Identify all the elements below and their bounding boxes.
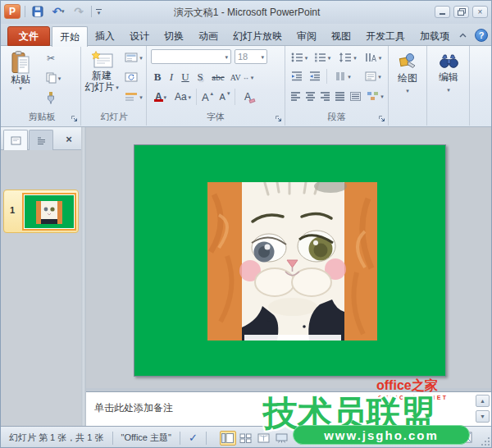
decrease-indent-button[interactable] [289, 69, 305, 84]
slide-sorter-icon [239, 433, 252, 443]
caret-down-icon: ▾ [227, 90, 230, 97]
text-direction-icon [365, 53, 377, 62]
justify-icon [335, 92, 345, 101]
increase-indent-button[interactable] [307, 69, 323, 84]
section-button[interactable]: ▾ [122, 89, 145, 104]
align-center-button[interactable] [303, 89, 317, 103]
shrink-font-button[interactable]: A ▾ [217, 89, 232, 105]
slideshow-view-button[interactable] [274, 431, 290, 446]
cut-button[interactable]: ✂ [41, 50, 61, 66]
font-name-select[interactable]: ▾ [151, 49, 231, 64]
slide-thumbnail[interactable] [22, 193, 76, 231]
convert-smartart-button[interactable]: ▾ [365, 89, 385, 103]
clipboard-dialog-launcher[interactable] [70, 114, 79, 123]
clipboard-group-label: 剪贴板 [3, 111, 80, 123]
tab-transitions[interactable]: 切换 [157, 26, 191, 46]
underline-button[interactable]: U [179, 69, 192, 85]
window-resize-grip[interactable] [480, 436, 490, 446]
copy-button[interactable]: ▾ [41, 70, 66, 86]
tab-slides-thumbnails[interactable] [3, 130, 28, 150]
text-direction-button[interactable]: ▾ [361, 50, 385, 65]
clear-formatting-button[interactable]: A [239, 89, 257, 105]
bullets-button[interactable]: ▾ [289, 50, 310, 65]
tab-review[interactable]: 审阅 [289, 26, 324, 46]
help-button[interactable]: ? [475, 29, 488, 42]
reading-view-button[interactable] [256, 431, 272, 446]
close-panel-button[interactable]: × [61, 132, 76, 146]
divider [196, 89, 197, 105]
slide-thumbnail-selected[interactable]: 1 [3, 190, 79, 233]
restore-icon [458, 8, 466, 16]
charspacing-label: AV [230, 73, 241, 82]
collapse-ribbon-button[interactable] [456, 30, 469, 42]
drawing-button[interactable]: 绘图 ▾ [391, 48, 424, 111]
slide-sorter-view-button[interactable] [238, 431, 254, 446]
tab-animations[interactable]: 动画 [191, 26, 226, 46]
slide-editor-area[interactable] [86, 127, 492, 388]
group-font: ▾ 18 ▾ B I U S abc AV ↔ ▾ A ▾ Aa [147, 46, 285, 126]
notes-pane[interactable]: 单击此处添加备注 ▲ ▼ [86, 391, 492, 426]
font-size-select[interactable]: 18 ▾ [235, 49, 267, 64]
tab-home[interactable]: 开始 [52, 26, 88, 47]
text-shadow-button[interactable]: S [194, 69, 207, 85]
align-left-button[interactable] [289, 89, 303, 103]
slides-panel-tabs: × [1, 127, 81, 150]
chevron-down-icon: ▾ [251, 75, 254, 80]
editing-button[interactable]: 编辑 ▾ [431, 48, 466, 111]
distribute-button[interactable] [348, 89, 363, 103]
tab-slideshow[interactable]: 幻灯片放映 [226, 26, 289, 46]
normal-view-button[interactable] [220, 431, 236, 446]
ribbon: 粘贴 ▾ ✂ ▾ 剪贴板 新建 幻灯片 [1, 46, 492, 127]
change-case-button[interactable]: Aa ▾ [172, 89, 194, 105]
grow-font-button[interactable]: A ▴ [199, 89, 216, 105]
font-dialog-launcher[interactable] [274, 114, 283, 123]
justify-button[interactable] [333, 89, 347, 103]
paragraph-dialog-launcher[interactable] [377, 114, 386, 123]
theme-name[interactable]: "Office 主题" [113, 432, 180, 444]
tab-file[interactable]: 文件 [7, 26, 50, 46]
increase-indent-icon [309, 71, 321, 81]
slide-canvas[interactable] [134, 144, 446, 377]
restore-button[interactable] [453, 6, 469, 18]
new-slide-button[interactable]: 新建 幻灯片 ▾ [84, 48, 120, 111]
character-spacing-button[interactable]: AV ↔ ▾ [230, 69, 254, 85]
paste-dropdown-icon[interactable]: ▾ [19, 85, 22, 91]
layout-button[interactable]: ▾ [122, 50, 145, 65]
minimize-button[interactable] [435, 6, 450, 18]
spell-check-button[interactable]: ✓ [180, 432, 206, 444]
align-text-button[interactable]: ▾ [361, 69, 385, 84]
tab-developer[interactable]: 开发工具 [358, 26, 412, 46]
slide-counter: 幻灯片 第 1 张，共 1 张 [1, 432, 112, 444]
cat-picture[interactable] [207, 182, 377, 341]
tab-insert[interactable]: 插入 [88, 26, 122, 46]
group-editing: 编辑 ▾ [427, 46, 470, 126]
notes-placeholder[interactable]: 单击此处添加备注 [94, 401, 173, 415]
fit-slide-to-window-button[interactable] [460, 431, 473, 444]
columns-button[interactable]: ▾ [331, 69, 354, 84]
notes-scroll-down-button[interactable]: ▼ [476, 410, 490, 423]
copy-dropdown-icon: ▾ [58, 75, 61, 81]
italic-button[interactable]: I [166, 69, 177, 85]
format-painter-button[interactable] [41, 89, 61, 106]
close-button[interactable]: × [472, 6, 488, 18]
strikethrough-button[interactable]: abc [208, 69, 228, 85]
line-spacing-icon [339, 53, 352, 62]
font-color-button[interactable]: A ▾ [151, 89, 171, 105]
line-spacing-button[interactable]: ▾ [336, 50, 359, 65]
reset-icon [125, 72, 138, 82]
arrow-horizontal-icon: ↔ [243, 74, 249, 81]
numbering-button[interactable]: ▾ [312, 50, 333, 65]
group-paragraph: ▾ ▾ ▾ ▾ ▾ [285, 46, 389, 126]
align-right-button[interactable] [318, 89, 332, 103]
tab-view[interactable]: 视图 [324, 26, 358, 46]
tab-outline[interactable] [29, 130, 53, 150]
paste-button[interactable]: 粘贴 ▾ [7, 48, 34, 111]
editing-dropdown-icon: ▾ [447, 87, 450, 93]
notes-scroll-up-button[interactable]: ▲ [476, 395, 490, 407]
eraser-icon [249, 98, 256, 103]
bold-button[interactable]: B [151, 69, 164, 85]
reset-slide-button[interactable] [122, 70, 140, 85]
chevron-down-icon: ▾ [225, 54, 228, 60]
tab-addins[interactable]: 加载项 [412, 26, 457, 46]
tab-design[interactable]: 设计 [122, 26, 157, 46]
